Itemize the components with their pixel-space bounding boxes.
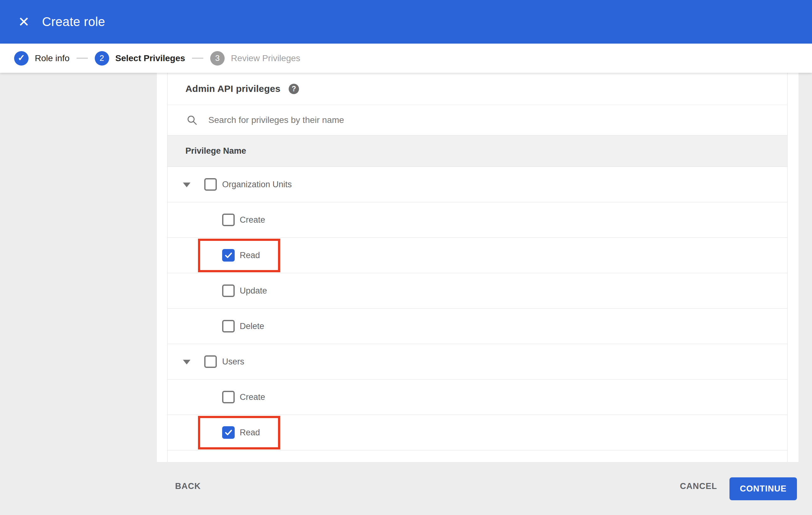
step-circle-current: 2 <box>95 51 109 65</box>
column-header-privilege-name: Privilege Name <box>185 146 246 156</box>
privilege-row: Create <box>168 202 787 238</box>
step-number: 2 <box>99 53 104 63</box>
step-circle-upcoming: 3 <box>210 51 225 65</box>
close-icon: ✕ <box>18 15 30 29</box>
privilege-row: Update <box>168 273 787 309</box>
step-label: Role info <box>35 53 70 63</box>
privilege-label: Read <box>240 415 260 450</box>
step-select-privileges[interactable]: 2 Select Privileges <box>95 51 185 65</box>
privilege-checkbox[interactable] <box>222 284 235 297</box>
checkmark-icon <box>223 427 233 437</box>
help-glyph: ? <box>291 85 296 93</box>
step-connector <box>192 58 203 59</box>
step-role-info[interactable]: ✓ Role info <box>14 51 70 65</box>
privilege-checkbox[interactable] <box>222 249 235 262</box>
expand-arrow-icon[interactable] <box>183 360 191 364</box>
privilege-row: Organization Units <box>168 167 787 202</box>
privilege-label: Create <box>240 202 265 238</box>
step-review-privileges[interactable]: 3 Review Privileges <box>210 51 300 65</box>
privilege-row: Users <box>168 344 787 380</box>
continue-button[interactable]: CONTINUE <box>729 477 797 500</box>
privilege-label: Update <box>240 273 267 309</box>
privileges-panel: Admin API privileges ? Privilege Name Or… <box>167 73 787 462</box>
dialog-title: Create role <box>42 15 105 29</box>
step-connector <box>77 58 88 59</box>
privilege-label: Users <box>222 344 244 380</box>
privilege-checkbox[interactable] <box>204 178 217 191</box>
privilege-label: Create <box>240 380 265 415</box>
step-label: Review Privileges <box>231 53 300 63</box>
highlight-box <box>198 239 280 272</box>
privilege-label: Delete <box>240 309 264 344</box>
step-label: Select Privileges <box>115 53 185 63</box>
privilege-row: Delete <box>168 309 787 344</box>
search-input[interactable] <box>208 115 647 125</box>
privilege-checkbox[interactable] <box>204 355 217 368</box>
step-number: 3 <box>215 53 220 63</box>
panel-heading: Admin API privileges <box>185 84 281 94</box>
privilege-checkbox[interactable] <box>222 391 235 403</box>
privilege-row: Read <box>168 238 787 273</box>
privilege-row: Read <box>168 415 787 450</box>
dialog-titlebar: ✕ Create role <box>0 0 812 43</box>
privilege-search-row <box>168 105 787 135</box>
highlight-box <box>198 416 280 450</box>
privilege-label: Read <box>240 238 260 273</box>
panel-heading-row: Admin API privileges ? <box>168 73 787 105</box>
help-icon[interactable]: ? <box>289 84 299 94</box>
cancel-button[interactable]: CANCEL <box>680 481 717 491</box>
expand-arrow-icon[interactable] <box>183 183 191 187</box>
privilege-row: Create <box>168 380 787 415</box>
step-circle-complete: ✓ <box>14 51 29 65</box>
wizard-stepper: ✓ Role info 2 Select Privileges 3 Review… <box>0 43 812 73</box>
checkmark-icon <box>223 250 233 260</box>
check-icon: ✓ <box>18 53 25 63</box>
privilege-rows: Organization Units Create Read Update <box>168 167 787 450</box>
back-button[interactable]: BACK <box>175 481 201 491</box>
privilege-checkbox[interactable] <box>222 320 235 332</box>
privilege-label: Organization Units <box>222 167 292 202</box>
close-button[interactable]: ✕ <box>15 13 33 31</box>
privilege-checkbox[interactable] <box>222 426 235 439</box>
footer-bar: BACK CANCEL CONTINUE <box>0 462 812 515</box>
privilege-checkbox[interactable] <box>222 214 235 226</box>
column-header-row: Privilege Name <box>168 135 787 167</box>
search-icon <box>186 115 198 126</box>
